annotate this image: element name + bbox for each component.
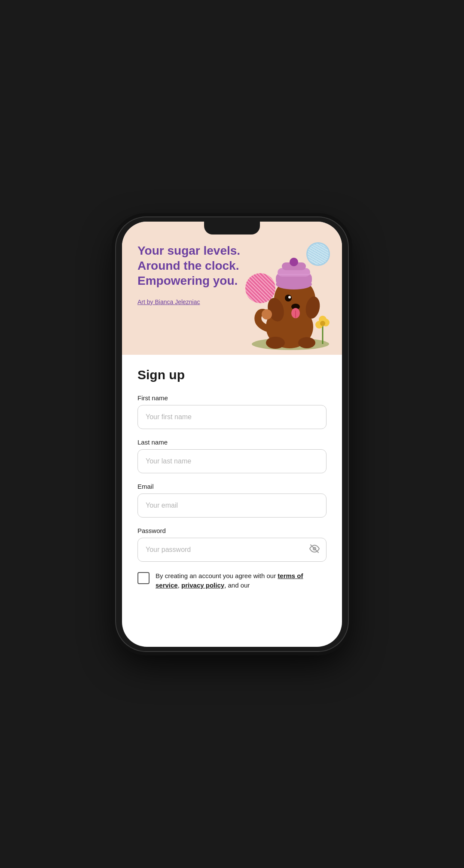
first-name-group: First name [137, 394, 327, 429]
phone-frame: Your sugar levels. Around the clock. Emp… [116, 217, 348, 651]
email-label: Email [137, 483, 327, 490]
password-group: Password [137, 527, 327, 562]
notch [204, 222, 260, 235]
form-title: Sign up [137, 368, 327, 382]
first-name-label: First name [137, 394, 327, 402]
hero-title-line2: Around the clock. [137, 259, 239, 272]
terms-checkbox[interactable] [137, 572, 150, 584]
svg-point-24 [320, 321, 325, 326]
password-wrapper [137, 538, 327, 562]
last-name-input[interactable] [137, 449, 327, 473]
email-group: Email [137, 483, 327, 518]
password-input[interactable] [137, 538, 327, 562]
hero-title-line1: Your sugar levels. [137, 244, 240, 257]
last-name-label: Last name [137, 439, 327, 446]
svg-point-17 [266, 337, 285, 349]
phone-screen: Your sugar levels. Around the clock. Emp… [122, 222, 342, 647]
art-credit-link[interactable]: Art by Bianca Jelezniac [137, 298, 200, 305]
email-input[interactable] [137, 493, 327, 518]
terms-prefix: By creating an account you agree with ou… [156, 572, 278, 579]
terms-suffix: , and our [224, 582, 250, 589]
hero-title-line3: Empowering you. [137, 274, 238, 287]
form-section: Sign up First name Last name Email [122, 355, 342, 608]
privacy-policy-link[interactable]: privacy policy [181, 582, 224, 589]
svg-point-18 [298, 337, 315, 348]
deco-circle-pink [245, 273, 275, 303]
svg-point-12 [285, 295, 292, 302]
first-name-input[interactable] [137, 405, 327, 429]
last-name-group: Last name [137, 439, 327, 473]
deco-circle-blue [306, 242, 330, 266]
svg-point-13 [288, 296, 291, 298]
toggle-password-icon[interactable] [309, 543, 320, 556]
svg-point-19 [262, 309, 272, 320]
hero-banner: Your sugar levels. Around the clock. Emp… [122, 222, 342, 355]
scroll-content: Your sugar levels. Around the clock. Emp… [122, 222, 342, 647]
terms-text: By creating an account you agree with ou… [156, 571, 327, 591]
svg-point-8 [290, 258, 298, 266]
password-label: Password [137, 527, 327, 534]
terms-comma: , [178, 582, 181, 589]
terms-row: By creating an account you agree with ou… [137, 571, 327, 591]
